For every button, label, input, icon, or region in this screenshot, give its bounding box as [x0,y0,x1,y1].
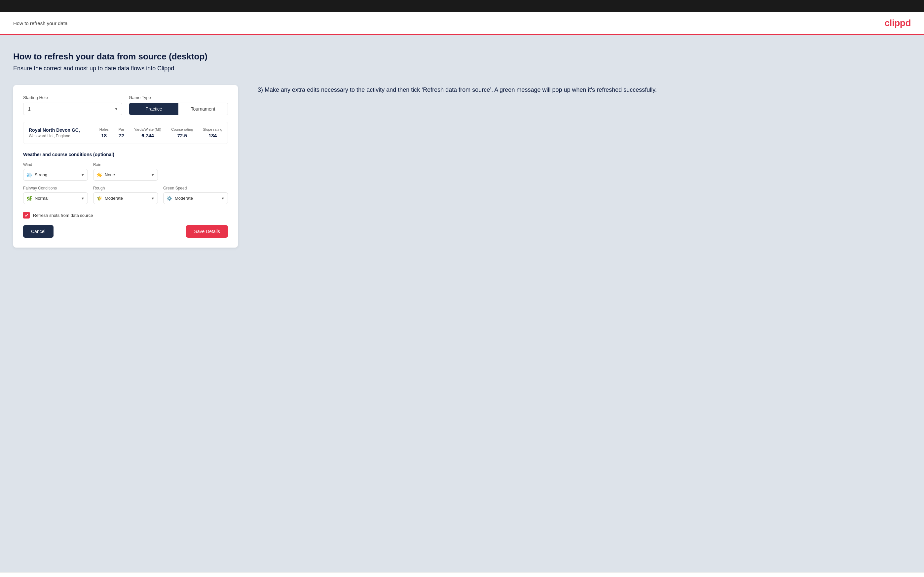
wind-group: Wind 💨 Strong ▼ [23,163,88,181]
green-speed-select[interactable]: Moderate [163,192,228,204]
header-title: How to refresh your data [13,21,68,26]
rough-label: Rough [93,186,158,190]
slope-rating-stat: Slope rating 134 [203,127,222,138]
wind-label: Wind [23,163,88,167]
form-actions: Cancel Save Details [23,225,228,238]
fairway-label: Fairway Conditions [23,186,88,190]
rough-select-wrapper[interactable]: 🌾 Moderate ▼ [93,192,158,204]
yards-label: Yards/White (M)) [134,127,161,131]
check-icon [24,213,28,217]
holes-value: 18 [99,133,109,138]
course-name-block: Royal North Devon GC, Westward Ho!, Engl… [29,127,99,138]
tournament-button[interactable]: Tournament [178,103,228,115]
rain-select[interactable]: None [93,169,158,181]
game-type-buttons: Practice Tournament [129,103,228,115]
yards-value: 6,744 [134,133,161,138]
conditions-row-1: Wind 💨 Strong ▼ Rain ☀️ None [23,163,228,181]
rain-select-wrapper[interactable]: ☀️ None ▼ [93,169,158,181]
page-subtitle: Ensure the correct and most up to date d… [13,65,911,72]
starting-hole-select-wrapper[interactable]: 1 ▼ [23,103,122,115]
fairway-group: Fairway Conditions 🌿 Normal ▼ [23,186,88,204]
starting-hole-select[interactable]: 1 [23,103,122,115]
par-label: Par [119,127,124,131]
wind-select[interactable]: Strong [23,169,88,181]
holes-stat: Holes 18 [99,127,109,138]
green-speed-label: Green Speed [163,186,228,190]
par-value: 72 [119,133,124,138]
slope-rating-label: Slope rating [203,127,222,131]
slope-rating-value: 134 [203,133,222,138]
refresh-checkbox[interactable] [23,212,30,219]
rough-group: Rough 🌾 Moderate ▼ [93,186,158,204]
fairway-select[interactable]: Normal [23,192,88,204]
green-speed-group: Green Speed ⚙️ Moderate ▼ [163,186,228,204]
refresh-label: Refresh shots from data source [33,213,93,218]
green-speed-select-wrapper[interactable]: ⚙️ Moderate ▼ [163,192,228,204]
course-rating-value: 72.5 [171,133,193,138]
game-type-group: Game Type Practice Tournament [129,95,228,115]
par-stat: Par 72 [119,127,124,138]
holes-label: Holes [99,127,109,131]
practice-button[interactable]: Practice [129,103,178,115]
yards-stat: Yards/White (M)) 6,744 [134,127,161,138]
rain-group: Rain ☀️ None ▼ [93,163,158,181]
conditions-row-2: Fairway Conditions 🌿 Normal ▼ Rough 🌾 [23,186,228,204]
page-title: How to refresh your data from source (de… [13,52,911,62]
course-rating-stat: Course rating 72.5 [171,127,193,138]
form-card: Starting Hole 1 ▼ Game Type Practice Tou… [13,85,238,248]
fairway-select-wrapper[interactable]: 🌿 Normal ▼ [23,192,88,204]
main-content: How to refresh your data from source (de… [0,35,924,572]
course-rating-label: Course rating [171,127,193,131]
game-type-label: Game Type [129,95,228,100]
sidebar-text: 3) Make any extra edits necessary to the… [258,85,911,95]
checkbox-row: Refresh shots from data source [23,212,228,219]
course-stats: Holes 18 Par 72 Yards/White (M)) 6,744 C… [99,127,222,138]
sidebar-description: 3) Make any extra edits necessary to the… [258,85,911,95]
header: How to refresh your data clippd [0,12,924,35]
rain-label: Rain [93,163,158,167]
top-bar [0,0,924,12]
starting-hole-group: Starting Hole 1 ▼ [23,95,122,115]
starting-hole-label: Starting Hole [23,95,122,100]
wind-select-wrapper[interactable]: 💨 Strong ▼ [23,169,88,181]
course-location: Westward Ho!, England [29,134,99,138]
rough-select[interactable]: Moderate [93,192,158,204]
logo: clippd [885,18,911,28]
save-button[interactable]: Save Details [186,225,228,238]
footer: Copyright Clippd 2022 [0,572,924,577]
content-area: Starting Hole 1 ▼ Game Type Practice Tou… [13,85,911,248]
top-form-row: Starting Hole 1 ▼ Game Type Practice Tou… [23,95,228,115]
cancel-button[interactable]: Cancel [23,225,53,238]
course-info: Royal North Devon GC, Westward Ho!, Engl… [23,122,228,144]
course-name: Royal North Devon GC, [29,127,99,133]
conditions-title: Weather and course conditions (optional) [23,152,228,157]
